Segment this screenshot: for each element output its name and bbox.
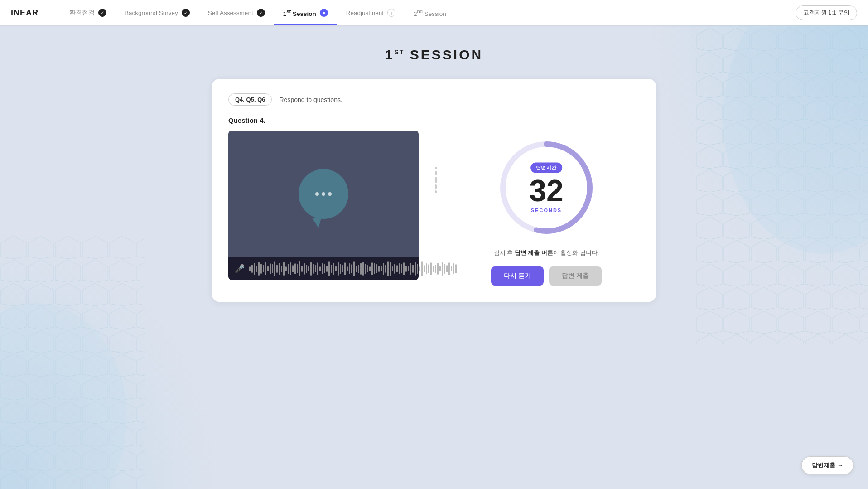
typing-dots: [315, 192, 332, 196]
waveform-bar-segment: [353, 261, 355, 276]
support-button[interactable]: 고객지원 1:1 문의: [796, 5, 857, 20]
nav-icon-self-assessment: ✓: [257, 9, 265, 17]
waveform-bar-segment: [419, 266, 420, 271]
page-title-rest: SESSION: [410, 47, 483, 62]
nav-item-second-session[interactable]: 2nd Session: [405, 0, 455, 25]
timer-hint-suffix: 이 활성화 됩니다.: [553, 250, 599, 256]
nav-label-readjustment: Readjustment: [346, 10, 384, 16]
waveform-bar-segment: [399, 263, 400, 274]
timer-number: 32: [529, 175, 564, 206]
nav-item-self-assessment[interactable]: Self Assessment ✓: [199, 0, 274, 25]
waveform-bar-segment: [310, 262, 312, 276]
nav-item-background-survey[interactable]: Background Survey ✓: [116, 0, 199, 25]
video-wrap: 🎤: [228, 131, 419, 280]
waveform-bar-segment: [351, 264, 352, 273]
waveform-bar-segment: [410, 263, 411, 275]
nav-item-first-session[interactable]: 1st Session ●: [274, 0, 337, 25]
waveform-bar-segment: [367, 265, 368, 272]
waveform-bar-segment: [301, 266, 303, 272]
nav: 환경점검 ✓ Background Survey ✓ Self Assessme…: [60, 0, 796, 25]
waveform-bar-segment: [328, 261, 330, 276]
timer-badge: 답변시간: [530, 163, 562, 173]
level-bar-4: [435, 184, 437, 189]
dot-3: [328, 192, 332, 196]
nav-item-env-check[interactable]: 환경점검 ✓: [60, 0, 116, 25]
waveform-bar-segment: [270, 263, 271, 274]
waveform-bar-segment: [378, 266, 380, 272]
nav-icon-background-survey: ✓: [182, 9, 190, 17]
waveform-bar-segment: [258, 262, 260, 276]
waveform-bar-segment: [376, 264, 377, 273]
waveform-bar-segment: [392, 266, 393, 271]
waveform-bar-segment: [324, 264, 325, 273]
waveform-visual: [249, 261, 457, 276]
waveform-bar-segment: [276, 265, 278, 273]
waveform-bar-segment: [251, 265, 253, 273]
waveform-bar-segment: [437, 263, 439, 275]
waveform-bar-segment: [435, 265, 436, 273]
waveform-bar-segment: [274, 261, 275, 276]
waveform-bar-segment: [263, 265, 264, 272]
dot-1: [315, 192, 319, 196]
waveform-bar-segment: [421, 261, 423, 276]
waveform-bar-segment: [453, 263, 454, 274]
waveform-bar-segment: [433, 266, 434, 272]
bottom-submit-button[interactable]: 답변제출 →: [801, 456, 854, 474]
waveform-bar-segment: [340, 264, 341, 274]
waveform-bar-segment: [285, 266, 287, 271]
timer-circle: 답변시간 32 SECONDS: [497, 138, 596, 237]
timer-hint: 잠시 후 답변 제출 버튼이 활성화 됩니다.: [494, 248, 599, 257]
waveform-bar-segment: [254, 263, 255, 275]
waveform-bar-segment: [272, 264, 273, 273]
waveform-bar-segment: [283, 262, 285, 276]
waveform-bar-segment: [417, 264, 418, 274]
waveform-bar-segment: [442, 262, 443, 276]
timer-inner: 답변시간 32 SECONDS: [529, 163, 564, 213]
waveform-bar-segment: [338, 262, 339, 276]
waveform-bar-segment: [347, 266, 348, 271]
waveform-bar-segment: [405, 266, 407, 272]
waveform-bar-segment: [265, 262, 266, 275]
header: INEAR 환경점검 ✓ Background Survey ✓ Self As…: [0, 0, 868, 25]
waveform-bar-segment: [294, 263, 296, 274]
waveform-bar-segment: [426, 263, 427, 274]
content-row: 🎤: [228, 131, 640, 286]
waveform-bar-segment: [288, 264, 289, 274]
nav-label-self-assessment: Self Assessment: [208, 10, 253, 16]
timer-unit: SECONDS: [531, 208, 562, 213]
waveform-bar-segment: [333, 263, 334, 275]
waveform-bar-segment: [371, 262, 373, 275]
waveform-bar-segment: [313, 264, 314, 274]
waveform-bar-segment: [365, 264, 366, 274]
waveform-bar-segment: [428, 264, 429, 273]
nav-item-readjustment[interactable]: Readjustment i: [337, 0, 405, 25]
waveform-bar-segment: [408, 266, 409, 271]
waveform-bar-segment: [387, 261, 389, 276]
waveform-bar-segment: [279, 263, 280, 275]
level-bar-3: [435, 177, 437, 183]
dot-2: [322, 192, 325, 196]
question-label: Question 4.: [228, 116, 640, 124]
waveform-bar-segment: [356, 266, 357, 272]
nav-icon-readjustment: i: [387, 9, 395, 17]
waveform-bar-segment: [344, 262, 346, 275]
waveform-bar-segment: [412, 265, 414, 273]
waveform-bar-segment: [444, 264, 445, 274]
instruction-bar: Q4, Q5, Q6 Respond to questions.: [228, 93, 640, 106]
waveform-bar-segment: [390, 262, 391, 276]
waveform-bar-segment: [415, 262, 416, 276]
waveform-bar-segment: [256, 266, 257, 272]
waveform-bar-segment: [326, 266, 328, 272]
submit-button[interactable]: 답변 제출: [549, 266, 602, 286]
waveform-bar-segment: [446, 265, 448, 272]
nav-icon-first-session: ●: [320, 9, 328, 17]
waveform-bar-segment: [306, 265, 307, 273]
waveform-bar-segment: [451, 266, 452, 271]
replay-button[interactable]: 다시 듣기: [491, 266, 544, 286]
waveform-bar-segment: [360, 263, 362, 275]
nav-label-background-survey: Background Survey: [125, 10, 178, 16]
waveform-bar-segment: [349, 263, 350, 274]
waveform-bar-segment: [260, 264, 262, 274]
svg-point-5: [0, 303, 127, 489]
logo: INEAR: [11, 8, 39, 18]
